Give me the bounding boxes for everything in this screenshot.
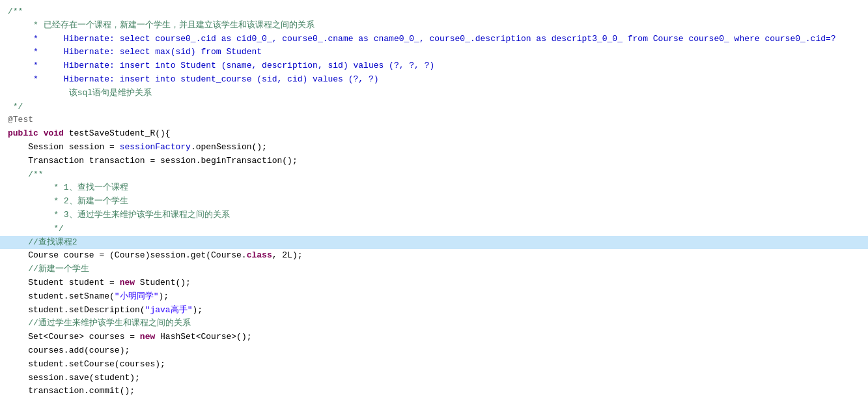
code-line: * 已经存在一个课程，新建一个学生，并且建立该学生和该课程之间的关系: [0, 19, 868, 33]
code-token: Session session =: [28, 141, 119, 154]
code-token: "小明同学": [115, 290, 159, 304]
code-line: * Hibernate: select max(sid) from Studen…: [0, 46, 868, 59]
code-line: courses.add(course);: [0, 344, 868, 358]
code-token: sessionFactory: [120, 141, 191, 154]
code-token: student.setSname(: [28, 290, 115, 304]
code-line: student.setCourse(courses);: [0, 358, 868, 372]
code-token: "java高手": [145, 304, 193, 317]
code-line: /**: [0, 5, 868, 19]
code-line: //查找课程2: [0, 236, 868, 250]
code-line: session.save(student);: [0, 372, 868, 385]
code-token: , 2L);: [272, 249, 303, 263]
code-line: */: [0, 100, 868, 114]
code-line: Transaction transaction = session.beginT…: [0, 154, 868, 168]
code-token: testSaveStudent_R(){: [64, 127, 171, 141]
code-token: Transaction transaction = session.beginT…: [28, 154, 297, 168]
code-token: new: [120, 276, 135, 290]
code-token: * Hibernate: select max(sid) from Studen…: [28, 46, 262, 59]
code-token: * 1、查找一个课程: [48, 181, 128, 195]
code-line: Course course = (Course)session.get(Cour…: [0, 249, 868, 263]
code-token: courses.add(course);: [28, 344, 130, 358]
code-token: [38, 127, 44, 141]
code-token: class: [247, 249, 272, 263]
code-token: Set<Course> courses =: [28, 331, 140, 344]
code-line: * Hibernate: select course0_.cid as cid0…: [0, 33, 868, 46]
code-line: @Test: [0, 113, 868, 127]
code-token: * 3、通过学生来维护该学生和课程之间的关系: [48, 209, 229, 222]
code-token: //查找课程2: [28, 236, 77, 250]
code-line: student.setDescription("java高手");: [0, 304, 868, 317]
code-token: );: [192, 304, 203, 317]
code-container: /** * 已经存在一个课程，新建一个学生，并且建立该学生和该课程之间的关系 *…: [0, 0, 868, 397]
code-token: * Hibernate: insert into Student (sname,…: [28, 59, 434, 73]
code-token: void: [44, 127, 64, 141]
code-line: * Hibernate: insert into Student (sname,…: [0, 59, 868, 73]
code-token: HashSet<Course>();: [155, 331, 251, 344]
code-token: */: [8, 100, 23, 114]
code-token: );: [158, 290, 169, 304]
code-line: /**: [0, 168, 868, 182]
code-token: .openSession();: [191, 141, 267, 154]
code-token: * Hibernate: insert into student_course …: [28, 73, 378, 87]
code-token: //通过学生来维护该学生和课程之间的关系: [28, 317, 191, 331]
code-line: * 1、查找一个课程: [0, 181, 868, 195]
code-token: student.setCourse(courses);: [28, 358, 165, 372]
code-line: Set<Course> courses = new HashSet<Course…: [0, 331, 868, 344]
code-token: 该sql语句是维护关系: [69, 87, 152, 100]
code-line: //新建一个学生: [0, 263, 868, 276]
code-token: @Test: [8, 113, 33, 127]
code-token: Student student =: [28, 276, 119, 290]
code-token: * Hibernate: select course0_.cid as cid0…: [28, 33, 835, 46]
code-token: transaction.commit();: [28, 385, 135, 397]
code-token: new: [140, 331, 155, 344]
code-token: /**: [8, 5, 23, 19]
code-line: Session session = sessionFactory.openSes…: [0, 141, 868, 154]
code-token: //新建一个学生: [28, 263, 89, 276]
code-line: 该sql语句是维护关系: [0, 87, 868, 100]
code-line: Student student = new Student();: [0, 276, 868, 290]
code-line: public void testSaveStudent_R(){: [0, 127, 868, 141]
code-line: * 2、新建一个学生: [0, 195, 868, 209]
code-token: public: [8, 127, 38, 141]
code-token: * 已经存在一个课程，新建一个学生，并且建立该学生和该课程之间的关系: [28, 19, 314, 33]
code-token: student.setDescription(: [28, 304, 145, 317]
code-line: * 3、通过学生来维护该学生和课程之间的关系: [0, 209, 868, 222]
code-token: session.save(student);: [28, 372, 140, 385]
code-line: */: [0, 222, 868, 236]
code-block: /** * 已经存在一个课程，新建一个学生，并且建立该学生和该课程之间的关系 *…: [0, 5, 868, 397]
code-token: */: [48, 222, 63, 236]
code-token: * 2、新建一个学生: [48, 195, 128, 209]
code-token: /**: [28, 168, 43, 182]
code-line: * Hibernate: insert into student_course …: [0, 73, 868, 87]
code-token: Student();: [135, 276, 191, 290]
code-line: student.setSname("小明同学");: [0, 290, 868, 304]
code-line: transaction.commit();: [0, 385, 868, 397]
code-token: Course course = (Course)session.get(Cour…: [28, 249, 246, 263]
code-line: //通过学生来维护该学生和课程之间的关系: [0, 317, 868, 331]
